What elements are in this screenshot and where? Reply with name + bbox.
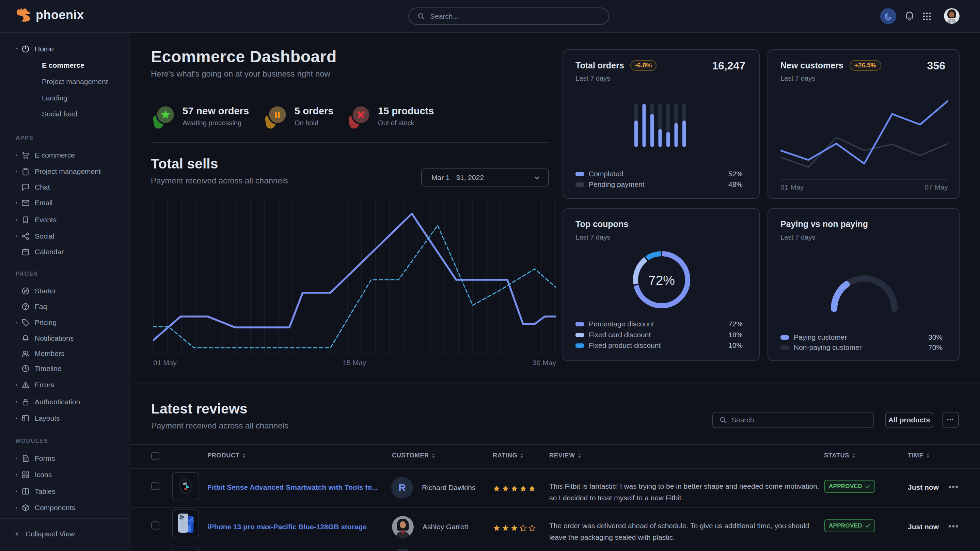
- sidebar-item-social[interactable]: Social: [0, 228, 130, 245]
- select-all-checkbox[interactable]: [151, 452, 159, 460]
- top-navbar: phoenix: [0, 0, 980, 33]
- legend-label: Non-paying customer: [794, 343, 862, 352]
- sidebar-item-chat[interactable]: Chat: [0, 179, 130, 195]
- mail-icon: [21, 198, 30, 207]
- review-text: This Fitbit is fantastic! I was trying t…: [549, 481, 819, 504]
- product-thumbnail[interactable]: [172, 549, 199, 551]
- sidebar-item-e-commerce-apps[interactable]: E commerce: [0, 147, 130, 164]
- more-options-button[interactable]: ...: [942, 412, 959, 428]
- legend-value: 10%: [729, 341, 743, 349]
- card-period: Last 7 days: [576, 233, 610, 241]
- sidebar-item-components[interactable]: Components: [0, 500, 130, 516]
- column-header-product[interactable]: PRODUCT: [207, 452, 246, 459]
- sidebar-item-e-commerce-home[interactable]: E commerce: [0, 57, 130, 73]
- sidebar-item-events[interactable]: Events: [0, 212, 130, 228]
- users-icon: [21, 349, 30, 358]
- sidebar-item-landing[interactable]: Landing: [0, 90, 130, 106]
- legend-swatch: [576, 333, 584, 337]
- card-title: Paying vs non paying: [780, 219, 868, 229]
- user-avatar[interactable]: [944, 8, 959, 24]
- all-products-button[interactable]: All products: [885, 412, 933, 428]
- sidebar-item-email[interactable]: Email: [0, 195, 130, 211]
- sidebar-item-icons[interactable]: Icons: [0, 467, 130, 483]
- sidebar-item-notifications[interactable]: Notifications: [0, 330, 130, 346]
- cart-icon: [21, 151, 30, 160]
- status-badge: APPROVED: [824, 480, 875, 493]
- tag-icon: [21, 318, 30, 327]
- row-actions-button[interactable]: •••: [948, 521, 959, 531]
- rating-stars: [493, 484, 536, 492]
- stat-sub: On hold: [294, 119, 333, 127]
- card-title: New customers: [780, 60, 843, 70]
- sidebar-item-calendar[interactable]: Calendar: [0, 244, 130, 260]
- total-orders-chart: [635, 103, 686, 147]
- collapse-arrow-icon: [13, 530, 21, 538]
- apps-menu-button[interactable]: [920, 9, 934, 24]
- column-label: STATUS: [824, 452, 849, 459]
- sidebar-item-pricing[interactable]: Pricing: [0, 314, 130, 331]
- sidebar-item-errors[interactable]: Errors: [0, 377, 130, 393]
- sidebar-item-home[interactable]: Home: [0, 41, 130, 57]
- customer-cell[interactable]: Ashley Garrett: [392, 516, 468, 538]
- sort-icon: [242, 453, 246, 459]
- time-cell: Just now: [908, 523, 939, 531]
- sort-icon: [852, 453, 855, 459]
- x-axis-label: 01 May: [780, 183, 804, 191]
- change-badge: -6.8%: [630, 60, 657, 71]
- sidebar-item-label: Timeline: [35, 365, 62, 373]
- star-stat-icon: [151, 105, 175, 132]
- sidebar-item-faq[interactable]: Faq: [0, 299, 130, 315]
- product-thumbnail-iphone[interactable]: [172, 510, 199, 537]
- reviews-search-input[interactable]: [732, 416, 861, 424]
- compass-icon: [21, 287, 30, 295]
- review-line: so I decided to treat myself to a new Fi…: [549, 492, 819, 504]
- x-axis-label: 30 May: [522, 359, 556, 367]
- card-period: Last 7 days: [780, 75, 815, 83]
- sidebar-item-starter[interactable]: Starter: [0, 283, 130, 299]
- rating-stars: [493, 524, 536, 532]
- theme-toggle-button[interactable]: [880, 8, 896, 24]
- column-header-status[interactable]: STATUS: [824, 452, 855, 459]
- stat-value: 5 orders: [294, 105, 333, 117]
- sidebar-item-tables[interactable]: Tables: [0, 483, 130, 500]
- row-checkbox[interactable]: [151, 521, 159, 530]
- product-thumbnail-watch[interactable]: [172, 472, 199, 500]
- column-header-review[interactable]: REVIEW: [549, 452, 581, 459]
- row-checkbox[interactable]: [151, 482, 159, 490]
- column-header-rating[interactable]: RATING: [493, 452, 523, 459]
- legend-pending: Pending payment 48%: [576, 180, 747, 189]
- row-actions-button[interactable]: •••: [948, 482, 959, 491]
- legend-completed: Completed 52%: [576, 170, 747, 178]
- page-title: Ecommerce Dashboard: [151, 47, 337, 66]
- sidebar-item-label: Tables: [35, 487, 56, 495]
- reviews-subtitle: Payment received across all channels: [151, 421, 288, 430]
- sidebar-item-label: E commerce: [42, 61, 84, 70]
- legend-swatch: [576, 322, 584, 326]
- top-coupons-card: Top coupons Last 7 days 72% Percentage d…: [563, 208, 760, 361]
- date-range-select[interactable]: Mar 1 - 31, 2022: [421, 168, 549, 186]
- sidebar-item-project-management-home[interactable]: Project management: [0, 73, 130, 90]
- sidebar-item-layouts[interactable]: Layouts: [0, 410, 130, 426]
- reviews-search[interactable]: [712, 412, 874, 428]
- sidebar-item-members[interactable]: Members: [0, 345, 130, 362]
- customer-cell[interactable]: [392, 549, 414, 551]
- sidebar-item-authentication[interactable]: Authentication: [0, 394, 130, 410]
- column-header-customer[interactable]: CUSTOMER: [392, 452, 435, 459]
- customer-cell[interactable]: R Richard Dawkins: [391, 477, 476, 499]
- sidebar-item-label: Pricing: [35, 319, 57, 327]
- notifications-button[interactable]: [902, 9, 917, 24]
- sidebar-item-project-management-apps[interactable]: Project management: [0, 164, 130, 180]
- sidebar-item-timeline[interactable]: Timeline: [0, 360, 130, 377]
- sidebar-item-social-feed[interactable]: Social feed: [0, 106, 130, 122]
- share-nodes-icon: [21, 232, 30, 241]
- collapsed-view-toggle[interactable]: Collapsed View: [13, 526, 75, 542]
- product-link[interactable]: Fitbit Sense Advanced Smartwatch with To…: [207, 483, 378, 491]
- file-text-icon: [21, 454, 30, 463]
- caret-right-icon: [14, 200, 19, 205]
- status-label: APPROVED: [829, 483, 862, 490]
- sidebar-nav: Home E commerce Project management Landi…: [0, 33, 130, 551]
- sidebar-item-forms[interactable]: Forms: [0, 450, 130, 467]
- column-header-time[interactable]: TIME: [908, 452, 930, 459]
- time-cell: Just now: [908, 483, 939, 491]
- product-link[interactable]: iPhone 13 pro max-Pacific Blue-128GB sto…: [207, 523, 367, 531]
